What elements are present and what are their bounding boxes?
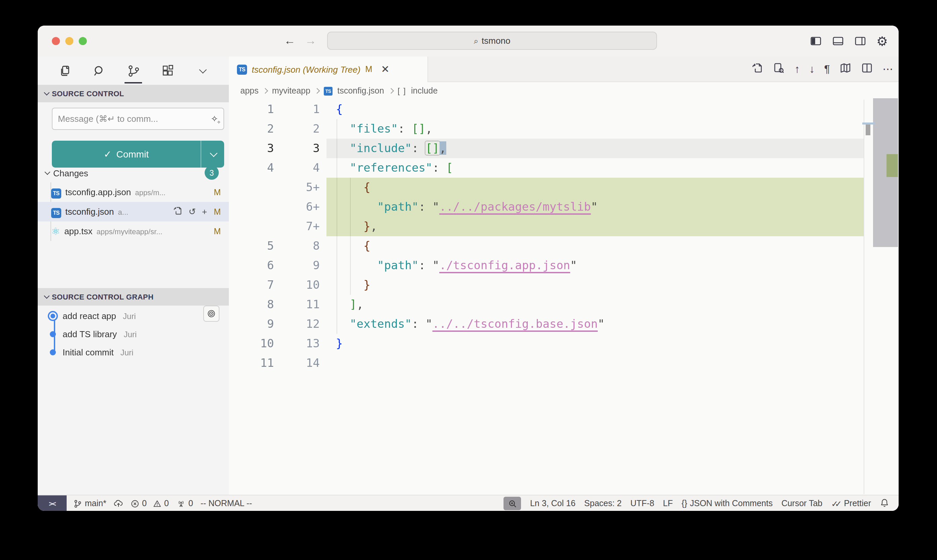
- commit-author: Juri: [123, 311, 136, 321]
- more-views-chevron-icon[interactable]: [193, 61, 211, 81]
- error-icon: [131, 499, 139, 508]
- breadcrumb-myviteapp[interactable]: myviteapp: [272, 86, 310, 95]
- react-file-icon: ⚛: [51, 226, 60, 236]
- code-line[interactable]: 6 9 "path": "./tsconfig.app.json": [229, 256, 864, 275]
- code-line[interactable]: 5 8 {: [229, 236, 864, 256]
- generate-commit-message-sparkle-icon[interactable]: ✧: [211, 114, 218, 124]
- commit-message-placeholder: Message (⌘↵ to comm...: [58, 114, 211, 124]
- settings-gear-icon[interactable]: ⚙: [876, 35, 888, 48]
- code-line-content: [326, 353, 864, 373]
- sync-changes-button[interactable]: [114, 499, 123, 508]
- branch-status[interactable]: main*: [73, 499, 106, 508]
- code-line[interactable]: 10 13 }: [229, 334, 864, 353]
- next-change-icon[interactable]: ↓: [809, 64, 815, 75]
- commit-dot-icon: [50, 331, 56, 337]
- maximize-window-button[interactable]: [79, 37, 87, 45]
- toggle-secondary-sidebar-icon[interactable]: [854, 35, 866, 47]
- breadcrumb-apps[interactable]: apps: [240, 86, 258, 95]
- commit-row[interactable]: Initial commit Juri: [38, 343, 229, 362]
- code-line[interactable]: 7+ },: [229, 217, 864, 236]
- breadcrumb-include[interactable]: include: [411, 86, 437, 95]
- commit-row[interactable]: add TS library Juri: [38, 325, 229, 343]
- indentation-status[interactable]: Spaces: 2: [584, 499, 622, 508]
- ts-file-icon: TS: [324, 86, 332, 95]
- code-line[interactable]: 7 10 }: [229, 275, 864, 295]
- code-line[interactable]: 8 11 ],: [229, 295, 864, 314]
- commit-message: add react app: [63, 311, 116, 321]
- discard-changes-icon[interactable]: ↺: [188, 207, 196, 217]
- activity-bar: [38, 57, 229, 85]
- code-line[interactable]: 11 14: [229, 353, 864, 373]
- vim-mode-indicator[interactable]: -- NORMAL --: [201, 499, 252, 508]
- map-icon[interactable]: [839, 62, 851, 77]
- code-line[interactable]: 2 2 "files": [],: [229, 119, 864, 138]
- language-mode-status[interactable]: {} JSON with Comments: [682, 499, 773, 508]
- encoding-status[interactable]: UTF-8: [630, 499, 654, 508]
- extensions-icon[interactable]: [159, 61, 176, 81]
- change-row[interactable]: ⚛ app.tsx apps/myviteapp/sr... M: [38, 222, 229, 241]
- toggle-primary-sidebar-icon[interactable]: [810, 35, 822, 47]
- original-line-number: [229, 197, 286, 217]
- broadcast-tower-icon: [176, 499, 186, 508]
- tab-completion-status[interactable]: Cursor Tab: [782, 499, 823, 508]
- stage-changes-icon[interactable]: +: [202, 207, 207, 217]
- code-line[interactable]: 4 4 "references": [: [229, 158, 864, 178]
- commit-message-input[interactable]: Message (⌘↵ to comm... ✧: [52, 108, 224, 130]
- original-line-number: 11: [229, 353, 286, 373]
- commit-row[interactable]: add react app Juri: [38, 307, 229, 325]
- navigate-back-icon[interactable]: ←: [284, 34, 295, 48]
- changes-label: Changes: [53, 168, 88, 178]
- problems-status[interactable]: 0 0: [131, 499, 169, 508]
- commit-button[interactable]: ✓ Commit: [52, 141, 224, 168]
- previous-change-icon[interactable]: ↑: [795, 64, 800, 75]
- ports-status[interactable]: 0: [176, 499, 193, 508]
- minimize-window-button[interactable]: [65, 37, 73, 45]
- inline-view-icon[interactable]: [773, 62, 785, 77]
- remote-indicator[interactable]: ><: [38, 495, 67, 511]
- chevron-right-icon: [388, 88, 394, 94]
- more-actions-icon[interactable]: ⋯: [883, 64, 893, 75]
- change-row[interactable]: TS tsconfig.json a... ↺ + M: [38, 202, 229, 222]
- navigate-forward-icon[interactable]: →: [305, 34, 316, 48]
- cursor-position-status[interactable]: Ln 3, Col 16: [530, 499, 575, 508]
- sidebar: SOURCE CONTROL Message (⌘↵ to comm... ✧ …: [38, 57, 229, 495]
- status-bar: >< main* 0 0 0 --: [38, 495, 899, 511]
- code-line[interactable]: 9 12 "extends": "../../tsconfig.base.jso…: [229, 314, 864, 334]
- formatter-status[interactable]: ✓✓ Prettier: [831, 498, 871, 509]
- change-row[interactable]: TS tsconfig.app.json apps/m... M: [38, 182, 229, 202]
- search-view-icon[interactable]: [90, 61, 108, 81]
- split-editor-icon[interactable]: [861, 62, 873, 77]
- command-center-search[interactable]: ⌕ tsmono: [327, 32, 657, 50]
- source-control-section-header[interactable]: SOURCE CONTROL: [38, 85, 229, 102]
- code-editor[interactable]: 1 1 { 2 2 "files": [], 3 3 "include": []…: [229, 100, 864, 373]
- code-line[interactable]: 1 1 {: [229, 100, 864, 119]
- notifications-bell-icon[interactable]: [880, 498, 889, 509]
- check-icon: ✓: [104, 149, 111, 160]
- code-line[interactable]: 3 3 "include": [],: [229, 138, 864, 158]
- cloud-upload-icon: [114, 499, 123, 508]
- open-file-icon[interactable]: [173, 206, 182, 217]
- zoom-indicator[interactable]: [504, 497, 522, 510]
- close-window-button[interactable]: [52, 37, 60, 45]
- code-line[interactable]: 6+ "path": "../../packages/mytslib": [229, 197, 864, 217]
- render-whitespace-pilcrow-icon[interactable]: ¶: [824, 64, 830, 75]
- modified-line-number: 6+: [286, 197, 326, 217]
- tab-tsconfig-working-tree[interactable]: TS tsconfig.json (Working Tree) M ✕: [229, 57, 428, 82]
- commit-dropdown-button[interactable]: [201, 141, 224, 168]
- breadcrumb-tsconfig-json[interactable]: tsconfig.json: [337, 86, 384, 95]
- chevron-right-icon: [263, 88, 268, 94]
- chevron-right-icon: [314, 88, 320, 94]
- original-line-number: 10: [229, 334, 286, 353]
- eol-status[interactable]: LF: [663, 499, 673, 508]
- source-control-view-icon[interactable]: [125, 61, 142, 81]
- source-control-graph-header[interactable]: SOURCE CONTROL GRAPH: [38, 288, 229, 306]
- tab-close-icon[interactable]: ✕: [381, 63, 389, 75]
- code-line[interactable]: 5+ {: [229, 178, 864, 197]
- toggle-panel-icon[interactable]: [832, 35, 844, 47]
- explorer-icon[interactable]: [56, 61, 73, 81]
- changes-section-header[interactable]: Changes 3: [38, 164, 229, 182]
- goto-head-target-button[interactable]: [203, 306, 220, 322]
- code-line-content: "references": [: [326, 158, 864, 178]
- open-file-icon[interactable]: [752, 62, 764, 77]
- search-icon: ⌕: [474, 36, 478, 45]
